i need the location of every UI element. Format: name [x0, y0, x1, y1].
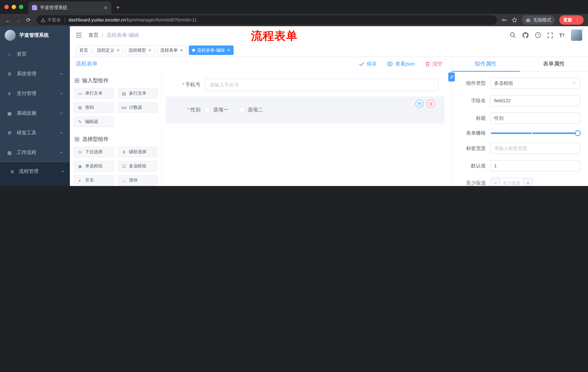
slider-handle[interactable] — [575, 130, 581, 136]
title-input[interactable] — [490, 112, 580, 124]
designer-actions: 保存 查看json 清空 — [359, 61, 442, 67]
default-value-row: 默认值 — [454, 160, 580, 171]
tab-component-properties[interactable]: 组件属性 — [452, 56, 520, 71]
security-indicator[interactable]: 不安全 — [41, 17, 61, 23]
editor-icon: ✎ — [77, 119, 83, 124]
hamburger-icon[interactable] — [76, 32, 82, 38]
back-button[interactable]: ← — [3, 15, 13, 25]
sidebar-item-infrastructure[interactable]: ▣ 基础设施 — [0, 103, 70, 123]
incognito-badge[interactable]: 无痕模式 — [522, 15, 555, 25]
group-title-input-components: 输入型组件 — [74, 77, 158, 84]
clear-button[interactable]: 清空 — [425, 61, 442, 67]
palette-item-editor[interactable]: ✎编辑器 — [74, 117, 114, 127]
tag-home[interactable]: 首页 — [76, 45, 91, 55]
palette-item-single-line-text[interactable]: ▭单行文本 — [74, 88, 114, 99]
help-icon[interactable]: ? — [535, 32, 541, 38]
tag-process-form-edit[interactable]: 流程表单-编辑✕ — [189, 45, 233, 55]
gender-option-1[interactable]: 选项一 — [205, 107, 229, 113]
sidebar-item-payment[interactable]: ¥ 支付管理 — [0, 84, 70, 103]
increase-button[interactable]: + — [523, 178, 533, 186]
url-host: dashboard.yudao.iocoder.cn — [69, 18, 126, 22]
browser-menu-icon[interactable]: ⋮ — [575, 17, 580, 23]
canvas-field-phone[interactable]: 手机号 — [166, 75, 445, 94]
trash-icon — [425, 61, 430, 66]
palette-item-dropdown[interactable]: ⊙下拉选择 — [74, 147, 114, 157]
palette-item-cascader[interactable]: ⋔级联选择 — [118, 147, 158, 157]
form-canvas: 手机号 性别 选项一 选项二 — [162, 71, 451, 186]
component-type-select[interactable]: 多选框组 — [490, 77, 580, 89]
delete-field-button[interactable] — [427, 100, 435, 108]
phone-input[interactable] — [205, 79, 439, 91]
sidebar-item-process-management[interactable]: ≣ 流程管理 — [0, 162, 70, 181]
tag-process-definition[interactable]: 流程定义✕ — [94, 45, 123, 55]
counter-icon: 123 — [121, 106, 126, 109]
minimize-window-button[interactable] — [12, 5, 16, 9]
browser-chrome: 芋道管理系统 ✕ + ← → ⟳ 不安全 dashboard.yudao.ioc… — [0, 0, 588, 26]
browser-tab[interactable]: 芋道管理系统 ✕ — [28, 1, 111, 14]
forward-button[interactable]: → — [13, 15, 23, 25]
close-tag-icon[interactable]: ✕ — [180, 48, 183, 53]
components-icon — [74, 78, 79, 83]
label-width-input[interactable] — [490, 143, 580, 154]
tab-form-properties[interactable]: 表单属性 — [520, 56, 588, 71]
sidebar-item-home[interactable]: ⌂ 首页 — [0, 44, 70, 64]
profile-caret-icon[interactable]: ⌄ — [581, 26, 584, 30]
canvas-field-gender-selected[interactable]: 性别 选项一 选项二 — [166, 96, 445, 123]
user-avatar[interactable] — [571, 30, 582, 41]
close-tag-icon[interactable]: ✕ — [116, 48, 120, 53]
close-tag-icon[interactable]: ✕ — [227, 48, 230, 53]
designer-topbar: 流程表单 保存 查看json — [70, 56, 451, 71]
warning-icon — [41, 18, 45, 22]
search-icon[interactable] — [510, 32, 516, 38]
palette-item-counter[interactable]: 123计数器 — [118, 102, 158, 113]
view-json-button[interactable]: 查看json — [387, 61, 415, 67]
checkbox-box[interactable] — [239, 107, 244, 112]
palette-item-radio-group[interactable]: ◉单选框组 — [74, 161, 114, 171]
field-name-input[interactable] — [490, 95, 580, 106]
fullscreen-icon[interactable] — [547, 32, 553, 38]
sidebar-item-system[interactable]: ⚙ 系统管理 — [0, 64, 70, 84]
update-browser-button[interactable]: 更新 ⋮ — [559, 15, 584, 25]
breadcrumb-home[interactable]: 首页 — [88, 32, 99, 38]
checkbox-box[interactable] — [205, 107, 210, 112]
duplicate-field-button[interactable] — [416, 100, 423, 108]
browser-toolbar: ← → ⟳ 不安全 dashboard.yudao.iocoder.cn/bpm… — [0, 14, 588, 26]
tag-process-form[interactable]: 流程表单✕ — [157, 45, 187, 55]
reload-button[interactable]: ⟳ — [23, 15, 33, 25]
default-value-input[interactable] — [490, 160, 580, 171]
bookmark-star-icon[interactable] — [512, 17, 517, 23]
select-components-grid: ⊙下拉选择 ⋔级联选择 ◉单选框组 ☑多选框组 ◐开关 ↔滑块 ◷时间选择 ◴时… — [74, 147, 158, 186]
chevron-up-icon — [60, 151, 63, 154]
tag-process-model[interactable]: 流程模型✕ — [125, 45, 155, 55]
close-tab-icon[interactable]: ✕ — [104, 5, 108, 10]
browser-tab-title: 芋道管理系统 — [40, 5, 67, 11]
decrease-button[interactable]: − — [491, 178, 500, 186]
grid-slider[interactable] — [491, 132, 578, 134]
close-window-button[interactable] — [4, 5, 9, 9]
palette-item-checkbox-group[interactable]: ☑多选框组 — [118, 161, 158, 171]
sidebar-item-process-form[interactable]: ▤ 流程表单 — [0, 181, 70, 186]
palette-item-slider[interactable]: ↔滑块 — [118, 175, 158, 186]
link-icon — [450, 75, 453, 79]
close-tag-icon[interactable]: ✕ — [148, 48, 151, 53]
save-button[interactable]: 保存 — [359, 61, 377, 67]
address-bar[interactable]: 不安全 dashboard.yudao.iocoder.cn/bpm/manag… — [36, 15, 497, 25]
min-select-placeholder[interactable]: 至少应选 — [500, 178, 523, 186]
gender-option-2[interactable]: 选项二 — [239, 107, 263, 113]
sidebar-item-devtools[interactable]: ⚒ 研发工具 — [0, 123, 70, 143]
app-logo[interactable]: 芋道管理系统 — [0, 26, 70, 44]
palette-item-multi-line-text[interactable]: ▤多行文本 — [118, 88, 158, 99]
switch-icon: ◐ — [77, 178, 83, 183]
sidebar-item-workflow[interactable]: ▦ 工作流程 — [0, 143, 70, 162]
properties-tabs: 组件属性 表单属性 — [452, 56, 588, 72]
new-tab-button[interactable]: + — [113, 2, 123, 13]
breadcrumb: 首页 / 流程表单-编辑 — [88, 32, 139, 38]
palette-item-password[interactable]: ⊠密码 — [74, 102, 114, 113]
tools-icon: ⚒ — [7, 130, 12, 136]
zoom-window-button[interactable] — [19, 5, 23, 9]
password-key-icon[interactable] — [501, 17, 507, 23]
palette-item-switch[interactable]: ◐开关 — [74, 175, 114, 186]
github-icon[interactable] — [522, 32, 528, 38]
link-handle[interactable] — [448, 73, 455, 82]
font-size-icon[interactable]: TT — [559, 32, 565, 38]
